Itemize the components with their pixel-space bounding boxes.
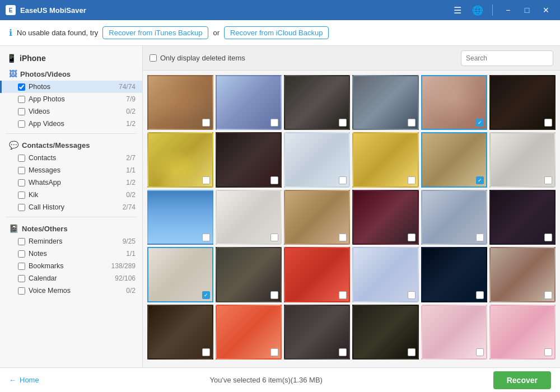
sidebar-item-contacts[interactable]: Contacts 2/7 [0,152,142,164]
photo-checkbox-25[interactable] [202,348,210,356]
reminders-checkbox[interactable] [18,238,25,245]
photo-checkbox-28[interactable] [408,348,416,356]
sidebar-item-app-videos[interactable]: App Videos 1/2 [0,118,142,130]
sidebar-item-reminders[interactable]: Reminders 9/25 [0,235,142,248]
photo-checkbox-8[interactable] [270,176,278,184]
photo-checkbox-14[interactable] [270,234,278,241]
photo-checkbox-22[interactable] [408,291,416,299]
sidebar-item-voice-memos[interactable]: Voice Memos 0/2 [0,284,142,297]
sidebar-item-notes[interactable]: Notes 1/1 [0,248,142,260]
photo-checkbox-9[interactable] [339,176,347,184]
app-videos-checkbox[interactable] [18,120,25,128]
photo-cell-11[interactable]: ✓ [421,132,487,187]
photo-checkbox-15[interactable] [339,234,347,241]
notes-checkbox[interactable] [18,250,25,258]
photo-checkbox-27[interactable] [339,348,347,356]
photo-checkbox-24[interactable] [544,291,552,299]
photo-checkbox-11[interactable]: ✓ [476,176,484,184]
photo-cell-13[interactable] [147,190,213,245]
photo-cell-21[interactable] [284,247,350,302]
close-btn[interactable]: ✕ [538,3,554,17]
minimize-btn[interactable]: − [500,3,516,17]
sidebar-item-call-history[interactable]: Call History 2/74 [0,201,142,213]
photo-checkbox-1[interactable] [202,119,210,127]
photo-cell-22[interactable] [352,247,418,302]
photo-checkbox-10[interactable] [408,176,416,184]
photo-checkbox-13[interactable] [202,234,210,241]
photo-cell-18[interactable] [489,190,556,245]
photo-cell-15[interactable] [284,190,350,245]
messages-checkbox[interactable] [18,167,25,174]
call-history-checkbox[interactable] [18,204,25,211]
photo-checkbox-5[interactable]: ✓ [476,119,484,127]
photo-checkbox-7[interactable] [202,176,210,184]
photo-checkbox-18[interactable] [544,234,552,241]
photo-checkbox-21[interactable] [339,291,347,299]
kik-checkbox[interactable] [18,192,25,199]
only-deleted-label[interactable]: Only display deleted items [150,54,245,62]
photo-checkbox-20[interactable] [270,291,278,299]
icloud-backup-link[interactable]: Recover from iCloud Backup [224,26,329,39]
photo-cell-19[interactable]: ✓ [147,247,213,302]
photo-cell-29[interactable] [421,305,487,360]
voice-memos-checkbox[interactable] [18,287,25,295]
photo-checkbox-23[interactable] [476,291,484,299]
photos-checkbox[interactable] [18,83,25,91]
photo-cell-16[interactable] [352,190,418,245]
photo-checkbox-29[interactable] [476,348,484,356]
photo-checkbox-12[interactable] [544,176,552,184]
home-button[interactable]: ← Home [9,376,39,384]
photo-cell-3[interactable] [284,75,350,130]
photo-checkbox-2[interactable] [270,119,278,127]
photo-cell-30[interactable] [489,305,556,360]
photo-cell-20[interactable] [216,247,282,302]
photo-cell-17[interactable] [421,190,487,245]
sidebar-item-calendar[interactable]: Calendar 92/106 [0,272,142,284]
photo-checkbox-16[interactable] [408,234,416,241]
sidebar-item-bookmarks[interactable]: Bookmarks 138/289 [0,260,142,272]
photo-cell-5[interactable]: ✓ [421,75,487,130]
photo-cell-10[interactable] [352,132,418,187]
photo-checkbox-19[interactable]: ✓ [202,291,210,299]
photo-checkbox-30[interactable] [544,348,552,356]
recover-button[interactable]: Recover [493,371,551,389]
calendar-checkbox[interactable] [18,275,25,282]
photo-cell-12[interactable] [489,132,556,187]
photo-cell-4[interactable] [352,75,418,130]
menu-icon-btn[interactable]: ☰ [450,2,465,18]
photo-cell-26[interactable] [216,305,282,360]
photo-cell-6[interactable] [489,75,556,130]
bookmarks-checkbox[interactable] [18,263,25,270]
videos-checkbox[interactable] [18,108,25,115]
photo-checkbox-6[interactable] [544,119,552,127]
globe-icon-btn[interactable]: 🌐 [470,2,486,18]
itunes-backup-link[interactable]: Recover from iTunes Backup [102,26,208,39]
photo-cell-27[interactable] [284,305,350,360]
photo-cell-2[interactable] [216,75,282,130]
photo-checkbox-3[interactable] [339,119,347,127]
sidebar-item-kik[interactable]: Kik 0/2 [0,189,142,201]
photo-cell-14[interactable] [216,190,282,245]
photo-cell-24[interactable] [489,247,556,302]
photo-checkbox-17[interactable] [476,234,484,241]
photo-cell-8[interactable] [216,132,282,187]
sidebar-item-photos[interactable]: Photos 74/74 [0,81,142,93]
photo-cell-25[interactable] [147,305,213,360]
maximize-btn[interactable]: □ [519,3,535,17]
sidebar-item-videos[interactable]: Videos 0/2 [0,105,142,118]
photo-cell-1[interactable] [147,75,213,130]
sidebar-item-app-photos[interactable]: App Photos 7/9 [0,93,142,105]
app-photos-checkbox[interactable] [18,96,25,103]
whatsapp-checkbox[interactable] [18,179,25,186]
photo-cell-7[interactable] [147,132,213,187]
photo-cell-28[interactable] [352,305,418,360]
sidebar-item-whatsapp[interactable]: WhatsApp 1/2 [0,176,142,189]
sidebar-item-messages[interactable]: Messages 1/1 [0,164,142,176]
only-deleted-checkbox[interactable] [150,54,157,62]
photo-cell-23[interactable] [421,247,487,302]
photo-checkbox-26[interactable] [270,348,278,356]
contacts-checkbox[interactable] [18,155,25,162]
photo-checkbox-4[interactable] [408,119,416,127]
photo-cell-9[interactable] [284,132,350,187]
search-input[interactable] [461,50,553,66]
